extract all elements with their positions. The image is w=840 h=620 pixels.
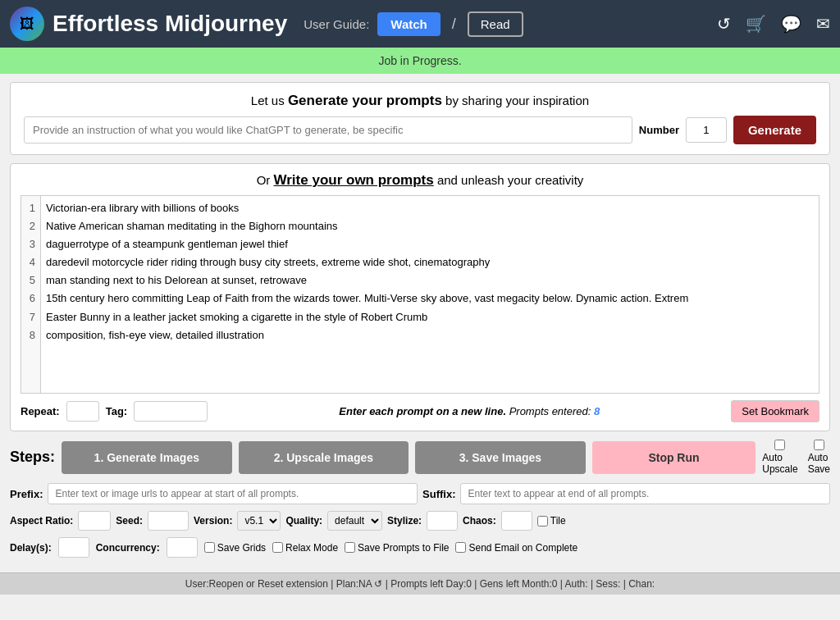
generate-section: Let us Generate your prompts by sharing … bbox=[10, 82, 830, 155]
save-grids-checkbox[interactable] bbox=[204, 542, 215, 553]
delay-label: Delay(s): bbox=[10, 542, 52, 554]
auto-save-label: AutoSave bbox=[808, 452, 830, 475]
prompts-count: 8 bbox=[594, 405, 600, 417]
repeat-input[interactable]: 1 bbox=[66, 401, 99, 422]
info-text: Enter each prompt on a new line. bbox=[339, 405, 506, 417]
step3-button[interactable]: 3. Save Images bbox=[415, 441, 586, 474]
version-select[interactable]: v5.1 v4 v5 v5.2 bbox=[237, 511, 281, 531]
write-title-suffix: and unleash your creativity bbox=[434, 173, 584, 187]
stop-run-button[interactable]: Stop Run bbox=[592, 441, 756, 474]
auto-save-option: AutoSave bbox=[808, 440, 830, 475]
auto-upscale-checkbox[interactable] bbox=[774, 440, 785, 450]
auto-options: AutoUpscale AutoSave bbox=[762, 440, 830, 475]
seed-input[interactable]: -1 bbox=[148, 511, 189, 531]
delay-row: Delay(s): 3 Concurrency: 2 Save Grids Re… bbox=[10, 537, 830, 558]
save-prompts-text: Save Prompts to File bbox=[358, 542, 449, 554]
generate-row: Number 1 Generate bbox=[24, 116, 816, 144]
suffix-input[interactable] bbox=[460, 483, 830, 504]
email-icon[interactable]: ✉ bbox=[816, 14, 830, 34]
relax-mode-text: Relax Mode bbox=[285, 542, 338, 554]
discord-icon[interactable]: 💬 bbox=[781, 14, 801, 34]
auto-save-checkbox[interactable] bbox=[814, 440, 824, 450]
save-grids-label[interactable]: Save Grids bbox=[204, 542, 266, 554]
prompts-container: 12345678 bbox=[21, 195, 819, 394]
watch-button[interactable]: Watch bbox=[377, 12, 440, 36]
tile-option: Tile bbox=[537, 515, 566, 527]
suffix-label: Suffix: bbox=[422, 488, 455, 500]
chaos-label: Chaos: bbox=[463, 515, 496, 527]
prompt-input[interactable] bbox=[24, 116, 632, 144]
tile-checkbox[interactable] bbox=[537, 516, 548, 527]
version-label: Version: bbox=[194, 515, 232, 527]
stylize-label: Stylize: bbox=[387, 515, 422, 527]
prompts-textarea[interactable] bbox=[41, 196, 819, 393]
write-title-bold: Write your own prompts bbox=[274, 172, 434, 188]
stylize-input[interactable]: -1 bbox=[427, 511, 458, 531]
relax-mode-checkbox[interactable] bbox=[272, 542, 283, 553]
user-guide-label: User Guide: bbox=[304, 17, 369, 31]
repeat-label: Repeat: bbox=[21, 405, 60, 417]
number-input[interactable]: 1 bbox=[686, 117, 727, 143]
save-prompts-label[interactable]: Save Prompts to File bbox=[345, 542, 449, 554]
generate-title: Let us Generate your prompts by sharing … bbox=[24, 93, 816, 109]
refresh-icon[interactable]: ↺ bbox=[717, 14, 731, 34]
step1-button[interactable]: 1. Generate Images bbox=[62, 441, 232, 474]
generate-button[interactable]: Generate bbox=[733, 116, 816, 144]
quality-select[interactable]: default 0.25 0.5 1 2 bbox=[327, 511, 382, 531]
delay-input[interactable]: 3 bbox=[58, 537, 89, 558]
steps-label: Steps: bbox=[10, 449, 55, 466]
main-content: Let us Generate your prompts by sharing … bbox=[0, 74, 840, 572]
aspect-ratio-label: Aspect Ratio: bbox=[10, 515, 73, 527]
aspect-ratio-input[interactable]: 1:1 bbox=[78, 511, 111, 531]
send-email-checkbox[interactable] bbox=[455, 542, 466, 553]
prompts-info: Enter each prompt on a new line. Prompts… bbox=[214, 405, 724, 417]
settings-row: Aspect Ratio: 1:1 Seed: -1 Version: v5.1… bbox=[10, 511, 830, 531]
prefix-input[interactable] bbox=[48, 483, 418, 504]
cart-icon[interactable]: 🛒 bbox=[746, 14, 766, 34]
concurrency-input[interactable]: 2 bbox=[167, 537, 198, 558]
write-section: Or Write your own prompts and unleash yo… bbox=[10, 163, 830, 431]
quality-label: Quality: bbox=[285, 515, 322, 527]
status-bar: Job in Progress. bbox=[0, 48, 840, 74]
send-email-text: Send Email on Complete bbox=[468, 542, 578, 554]
footer-status: User:Reopen or Reset extension | Plan:NA… bbox=[0, 572, 840, 595]
step2-button[interactable]: 2. Upscale Images bbox=[239, 441, 409, 474]
write-title-prefix: Or bbox=[257, 173, 274, 187]
line-numbers: 12345678 bbox=[21, 196, 41, 393]
save-grids-text: Save Grids bbox=[217, 542, 266, 554]
send-email-label[interactable]: Send Email on Complete bbox=[455, 542, 578, 554]
generate-title-prefix: Let us bbox=[251, 93, 288, 107]
concurrency-label: Concurrency: bbox=[96, 542, 160, 554]
tag-input[interactable]: New bbox=[134, 401, 208, 422]
write-title: Or Write your own prompts and unleash yo… bbox=[21, 172, 819, 189]
prompts-count-label: Prompts entered: bbox=[509, 405, 591, 417]
write-bottom: Repeat: 1 Tag: New Enter each prompt on … bbox=[21, 400, 819, 422]
prefix-label: Prefix: bbox=[10, 488, 43, 500]
app-logo: 🖼 bbox=[10, 7, 44, 41]
tile-label: Tile bbox=[550, 515, 566, 527]
auto-upscale-label: AutoUpscale bbox=[762, 452, 797, 475]
tag-label: Tag: bbox=[106, 405, 127, 417]
generate-title-bold: Generate your prompts bbox=[288, 93, 442, 108]
prefix-suffix-section: Prefix: Suffix: bbox=[10, 483, 830, 504]
generate-title-suffix: by sharing your inspiration bbox=[442, 93, 589, 107]
seed-label: Seed: bbox=[116, 515, 143, 527]
auto-upscale-option: AutoUpscale bbox=[762, 440, 797, 475]
steps-section: Steps: 1. Generate Images 2. Upscale Ima… bbox=[10, 440, 830, 475]
chaos-input[interactable]: -1 bbox=[501, 511, 532, 531]
relax-mode-label[interactable]: Relax Mode bbox=[272, 542, 338, 554]
app-title: Effortless Midjourney bbox=[52, 11, 287, 37]
set-bookmark-button[interactable]: Set Bookmark bbox=[731, 400, 819, 422]
number-label: Number bbox=[639, 124, 679, 136]
save-prompts-checkbox[interactable] bbox=[345, 542, 355, 553]
read-button[interactable]: Read bbox=[468, 11, 523, 37]
header: 🖼 Effortless Midjourney User Guide: Watc… bbox=[0, 0, 840, 48]
guide-separator: / bbox=[452, 16, 456, 33]
